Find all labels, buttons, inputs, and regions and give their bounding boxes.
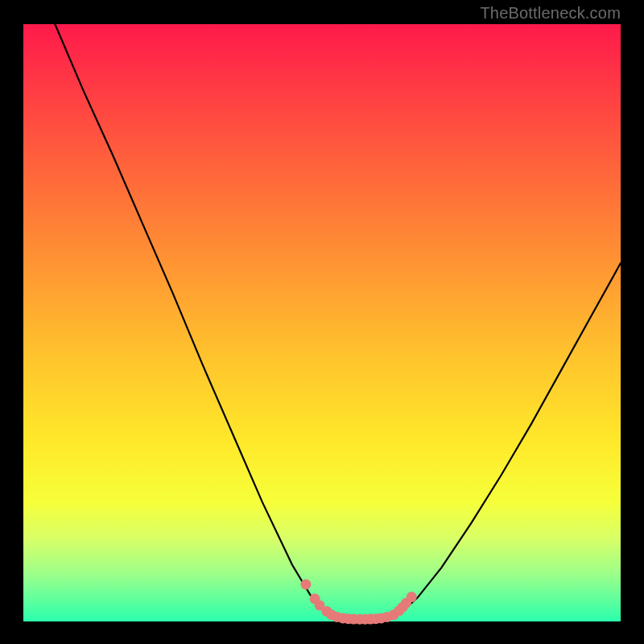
data-point bbox=[407, 592, 417, 602]
chart-svg bbox=[0, 0, 644, 644]
outer-frame: TheBottleneck.com bbox=[0, 0, 644, 644]
data-point bbox=[300, 580, 311, 590]
data-point bbox=[382, 612, 392, 622]
curve-segment bbox=[55, 24, 345, 619]
curve-segment bbox=[382, 263, 621, 619]
